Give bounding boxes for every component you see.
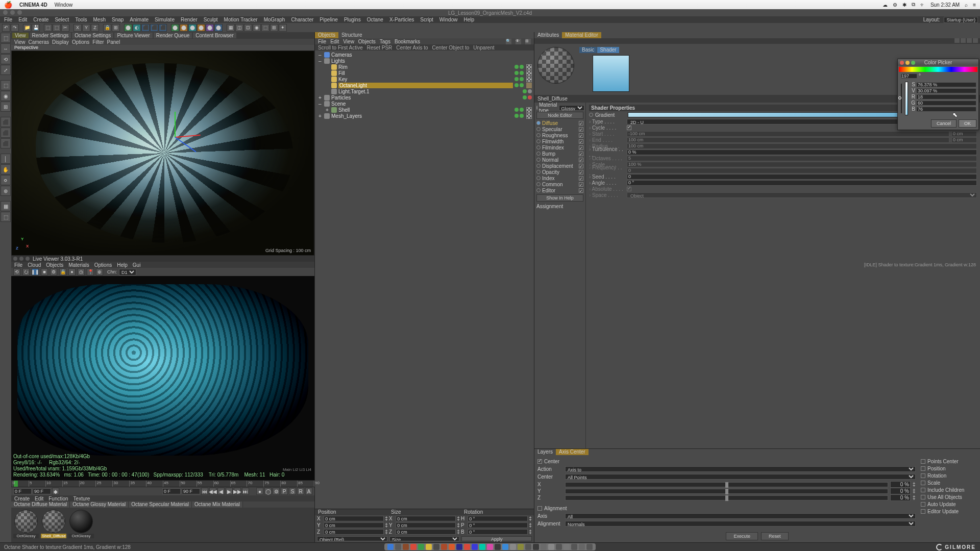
menu-x-particles[interactable]: X-Particles bbox=[387, 17, 416, 22]
menu-plugins[interactable]: Plugins bbox=[342, 17, 363, 22]
toolbar-btn-11[interactable]: Y bbox=[82, 24, 90, 32]
transform-gizmo[interactable] bbox=[175, 137, 176, 138]
key-prev-icon[interactable]: ◆ bbox=[52, 488, 59, 495]
goto-start-icon[interactable]: ⏮ bbox=[201, 488, 208, 495]
mac-status-4[interactable]: ᯤ bbox=[920, 2, 925, 8]
dock-app-12[interactable] bbox=[479, 544, 485, 550]
obj-menu-file[interactable]: File bbox=[318, 39, 326, 44]
tool-14[interactable]: ✋ bbox=[1, 164, 11, 174]
toolbar-btn-19[interactable]: ⬛ bbox=[141, 24, 150, 32]
rec-key-icon[interactable]: ● bbox=[256, 488, 263, 495]
tag-icon[interactable] bbox=[526, 77, 532, 82]
coord-object-mode[interactable]: Object (Rel) bbox=[317, 536, 387, 541]
execute-button[interactable]: Execute bbox=[726, 532, 758, 540]
dock-app-3[interactable] bbox=[410, 544, 416, 550]
size-Z[interactable] bbox=[396, 529, 456, 535]
axis-opt-include-children[interactable]: Include Children bbox=[921, 487, 977, 493]
material-preview-ball[interactable] bbox=[537, 47, 574, 84]
tree-row-Scene[interactable]: –Scene bbox=[317, 101, 532, 107]
mac-status-7[interactable]: ≡ bbox=[973, 2, 976, 8]
tab-layers[interactable]: Layers bbox=[534, 449, 556, 455]
lv-sync-icon[interactable]: ⭮ bbox=[22, 268, 30, 276]
mac-app-name[interactable]: CINEMA 4D bbox=[19, 2, 47, 8]
autokey-icon[interactable]: ◯ bbox=[264, 488, 272, 495]
toolbar-btn-24[interactable]: ⬤ bbox=[180, 24, 188, 32]
dock-app-19[interactable] bbox=[533, 544, 539, 550]
dock-app-20[interactable] bbox=[541, 544, 547, 550]
rot-B[interactable] bbox=[468, 529, 528, 535]
obj-tool-0[interactable]: 🔍 bbox=[506, 39, 511, 44]
dock-app-9[interactable] bbox=[456, 544, 462, 550]
menu-help[interactable]: Help bbox=[461, 17, 476, 22]
menu-octane[interactable]: Octane bbox=[365, 17, 385, 22]
obj-tool-2[interactable]: ⊞ bbox=[525, 39, 531, 44]
vp-menu-panel[interactable]: Panel bbox=[107, 39, 120, 45]
object-tree[interactable]: –Cameras–LightsRimFillKeyOctaneLightLigh… bbox=[315, 51, 534, 509]
goto-end-icon[interactable]: ⏭ bbox=[242, 488, 249, 495]
dock-app-8[interactable] bbox=[449, 544, 455, 550]
key-s-icon[interactable]: S bbox=[289, 488, 296, 495]
sv-field[interactable] bbox=[905, 82, 908, 115]
view-tab-picture-viewer[interactable]: Picture Viewer bbox=[114, 33, 152, 38]
toolbar-btn-4[interactable]: 💾 bbox=[32, 24, 40, 32]
dock-app-6[interactable] bbox=[433, 544, 439, 550]
dock-app-23[interactable] bbox=[564, 544, 570, 550]
toolbar-btn-10[interactable]: X bbox=[74, 24, 82, 32]
tab-axis-center[interactable]: Axis Center bbox=[556, 449, 589, 455]
lv-menu-materials[interactable]: Materials bbox=[68, 262, 89, 268]
cp-field-S[interactable]: S bbox=[910, 82, 976, 87]
mac-status-6[interactable]: ⌕ bbox=[965, 2, 968, 8]
tool-3[interactable]: ⤢ bbox=[1, 65, 11, 75]
channel-common[interactable]: Common bbox=[536, 181, 583, 187]
toolbar-btn-34[interactable]: ⬚ bbox=[261, 24, 270, 32]
menu-animate[interactable]: Animate bbox=[128, 17, 151, 22]
lv-settings-icon[interactable]: ⚙ bbox=[50, 268, 57, 276]
mat-tab[interactable]: Octane Glossy Material bbox=[70, 502, 129, 508]
axis-slider-X[interactable]: X0 %‡ bbox=[537, 481, 916, 488]
channel-index[interactable]: Index bbox=[536, 175, 583, 181]
dock-app-2[interactable] bbox=[403, 544, 409, 550]
mac-dock[interactable] bbox=[384, 543, 596, 550]
dock-app-24[interactable] bbox=[571, 544, 577, 550]
layout-select[interactable]: Startup (User) bbox=[944, 17, 978, 23]
toolbar-btn-1[interactable]: ↷ bbox=[11, 24, 19, 32]
tab-attributes[interactable]: Attributes bbox=[534, 32, 562, 38]
timeline[interactable]: 051015202530354045505560657075808590 bbox=[11, 480, 314, 487]
tool-18[interactable]: ▦ bbox=[1, 201, 11, 211]
channel-roughness[interactable]: Roughness bbox=[536, 132, 583, 138]
pos-X[interactable] bbox=[324, 516, 384, 521]
apple-icon[interactable]: 🍎 bbox=[4, 1, 12, 9]
lv-refresh-icon[interactable]: ⟲ bbox=[13, 268, 20, 276]
dock-app-26[interactable] bbox=[586, 544, 593, 550]
obj-cmd[interactable]: Reset PSR bbox=[367, 45, 392, 51]
toolbar-btn-26[interactable]: ⬤ bbox=[197, 24, 205, 32]
obj-cmd[interactable]: Unparent bbox=[473, 45, 494, 51]
toolbar-btn-20[interactable]: ⬛ bbox=[150, 24, 158, 32]
mat-menu-create[interactable]: Create bbox=[14, 496, 30, 502]
toolbar-btn-14[interactable]: 🔒 bbox=[103, 24, 111, 32]
frame-end[interactable] bbox=[33, 488, 51, 494]
toolbar-btn-33[interactable]: ◉ bbox=[253, 24, 261, 32]
play-fwd-icon[interactable]: ▶ bbox=[226, 488, 233, 495]
dock-app-1[interactable] bbox=[395, 544, 401, 550]
mat-menu-function[interactable]: Function bbox=[48, 496, 68, 502]
menu-character[interactable]: Character bbox=[289, 17, 315, 22]
mat-tab[interactable]: Octane Mix Material bbox=[192, 502, 243, 508]
prop-angle[interactable]: Angle . . . . bbox=[589, 180, 977, 186]
tool-19[interactable]: ⬚ bbox=[1, 212, 11, 222]
size-X[interactable] bbox=[396, 516, 456, 521]
material-Shell_Diffuse[interactable]: Shell_Diffuse bbox=[41, 510, 66, 540]
menu-create[interactable]: Create bbox=[31, 17, 51, 22]
tool-5[interactable]: ⬚ bbox=[1, 80, 11, 90]
toolbar-btn-27[interactable]: ⬤ bbox=[206, 24, 214, 32]
key-r-icon[interactable]: R bbox=[297, 488, 304, 495]
obj-cmd[interactable]: Center Object to bbox=[432, 45, 470, 51]
axis-opt-use-all-objects[interactable]: Use All Objects bbox=[921, 494, 977, 500]
toolbar-btn-28[interactable]: ⬤ bbox=[214, 24, 223, 32]
color-picker-dialog[interactable]: Color Picker ° SVRGB Cancel OK bbox=[897, 59, 979, 130]
frame-end2[interactable] bbox=[182, 488, 200, 494]
axis-opt-position[interactable]: Position bbox=[921, 465, 977, 471]
rot-P[interactable] bbox=[468, 522, 528, 528]
center-checkbox[interactable] bbox=[537, 459, 542, 464]
action-select[interactable]: Axis to bbox=[565, 466, 916, 472]
